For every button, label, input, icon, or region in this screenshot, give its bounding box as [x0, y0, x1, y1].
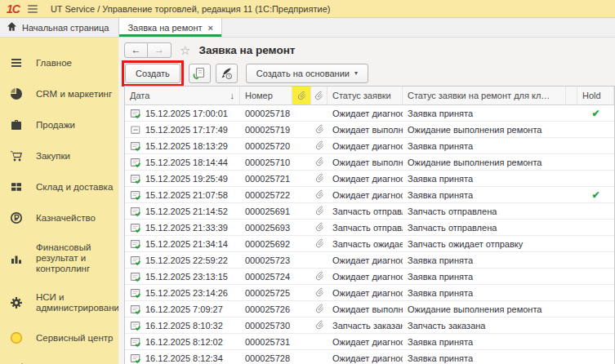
back-button[interactable]: ←	[124, 42, 148, 58]
create-based-on-button[interactable]: Создать на основании ▾	[246, 64, 368, 83]
paperclip-icon	[314, 189, 325, 201]
paperclip-icon	[314, 140, 325, 152]
cell-number: 000025728	[240, 350, 292, 364]
cell-date: 15.12.2025 21:14:52	[125, 203, 240, 220]
cell-number: 000025718	[240, 105, 292, 122]
cell-status: Ожидает диагностики	[328, 252, 403, 269]
sidebar-item-label: Продажи	[36, 120, 75, 131]
document-posted-icon	[130, 157, 141, 168]
tab-close-icon[interactable]: ×	[208, 23, 213, 33]
cell-date: 16.12.2025 8:10:32	[125, 317, 240, 334]
cell-date: 16.12.2025 8:12:02	[125, 334, 240, 350]
cell-attachment-flag	[292, 122, 311, 138]
cell-attachment-flag	[292, 236, 311, 252]
tab-home[interactable]: Начальная страница	[0, 18, 118, 37]
column-header-status[interactable]: Статус заявки	[328, 87, 403, 105]
cell-attachment-flag	[292, 105, 311, 122]
cell-attachment	[311, 220, 328, 236]
sidebar-item-label: Казначейство	[36, 213, 96, 224]
cell-hold: ✔	[577, 105, 614, 122]
column-header-number[interactable]: Номер	[240, 87, 292, 105]
cell-date: 15.12.2025 19:25:49	[125, 171, 240, 187]
favorite-star-icon[interactable]: ☆	[180, 44, 190, 56]
sidebar-item[interactable]: Финансовый результат и контроллинг	[0, 233, 118, 283]
document-posted-icon	[130, 353, 141, 364]
cell-date: 16.12.2025 7:09:27	[125, 301, 240, 317]
column-header-attachment[interactable]	[311, 87, 328, 105]
sidebar-item[interactable]: CRM и маркетинг	[0, 78, 118, 109]
forward-button[interactable]: →	[148, 42, 172, 58]
tab-repair-request[interactable]: Заявка на ремонт ×	[118, 18, 222, 37]
cell-hold	[577, 334, 614, 350]
cell-number: 000025722	[240, 187, 292, 203]
cell-number: 000025692	[240, 236, 292, 252]
sidebar-item-label: Склад и доставка	[36, 182, 113, 193]
cell-attachment	[311, 317, 328, 334]
pen-clock-icon	[220, 67, 233, 80]
create-button[interactable]: Создать	[125, 64, 180, 83]
cell-client-status: Заявка принята	[403, 334, 566, 350]
briefcase-icon	[0, 118, 33, 131]
pen-clock-button[interactable]	[216, 64, 238, 83]
cell-status: Ожидает диагностики	[328, 187, 403, 203]
cell-date: 15.12.2025 17:00:01	[125, 105, 240, 122]
cell-date: 15.12.2025 22:59:22	[125, 252, 240, 269]
copy-document-button[interactable]	[189, 64, 211, 83]
sidebar-item-label: Закупки	[36, 151, 70, 162]
cell-attachment-flag	[292, 138, 311, 154]
cell-client-status: Ожидание выполнения ремонта	[403, 154, 566, 171]
copy-document-icon	[193, 67, 206, 80]
cell-status: Ожидает выполнени…	[328, 301, 403, 317]
cell-attachment-flag	[292, 171, 311, 187]
cell-status: Запчасть отправлена	[328, 220, 403, 236]
sidebar-item[interactable]: Склад и доставка	[0, 171, 118, 202]
paperclip-icon	[314, 221, 325, 233]
navigation-row: ← → ☆ Заявка на ремонт	[118, 39, 615, 60]
cell-number: 000025719	[240, 122, 292, 138]
sidebar-item[interactable]: Главное	[0, 47, 118, 78]
cell-attachment-flag	[292, 187, 311, 203]
cell-status: Ожидает диагностики	[328, 171, 403, 187]
sidebar-item[interactable]: Телеграм	[0, 353, 118, 364]
column-header-date[interactable]: Дата ↓	[125, 87, 240, 105]
column-header-client-status[interactable]: Статус заявки на ремонт для кл…	[403, 87, 566, 105]
cell-status: Ожидает выполнени…	[328, 154, 403, 171]
document-posted-icon	[130, 304, 141, 315]
cell-attachment	[311, 269, 328, 285]
cell-hold	[577, 236, 614, 252]
cell-attachment	[311, 105, 328, 122]
cell-hold	[577, 269, 614, 285]
content-area: ← → ☆ Заявка на ремонт Создать	[118, 38, 615, 364]
cell-attachment	[311, 154, 328, 171]
cell-date: 15.12.2025 21:33:39	[125, 220, 240, 236]
tab-label: Заявка на ремонт	[127, 23, 202, 33]
cell-date: 15.12.2025 17:17:49	[125, 122, 240, 138]
cell-status: Ожидает выполнени…	[328, 122, 403, 138]
document-posted-icon	[130, 108, 141, 119]
main-menu-icon[interactable]	[26, 3, 39, 15]
column-header-attachment-highlighted[interactable]	[292, 87, 311, 105]
cell-status: Ожидает диагностики	[328, 105, 403, 122]
sidebar-item[interactable]: НСИ и администрирование	[0, 283, 118, 322]
coin-ruble-icon	[0, 211, 33, 224]
sidebar-item[interactable]: Закупки	[0, 140, 118, 171]
cell-number: 000025725	[240, 285, 292, 301]
cell-client-status: Запчасть ожидает отправку	[403, 236, 566, 252]
cell-spacer	[566, 187, 577, 203]
sidebar: ГлавноеCRM и маркетингПродажиЗакупкиСкла…	[0, 38, 118, 364]
cell-status: Ожидает диагностики	[328, 138, 403, 154]
paperclip-icon	[314, 90, 324, 102]
sidebar-item[interactable]: Сервисный центр	[0, 322, 118, 353]
sidebar-item-label: Главное	[36, 58, 72, 69]
sidebar-item[interactable]: Казначейство	[0, 202, 118, 233]
pie-chart-icon	[0, 87, 33, 100]
cell-client-status: Заявка принята	[403, 105, 566, 122]
cell-number: 000025691	[240, 203, 292, 220]
paperclip-icon	[314, 172, 325, 184]
cell-attachment-flag	[292, 317, 311, 334]
cell-date: 15.12.2025 23:14:26	[125, 285, 240, 301]
column-header-hold[interactable]: Hold	[577, 87, 614, 105]
sidebar-item[interactable]: Продажи	[0, 109, 118, 140]
cell-attachment-flag	[292, 269, 311, 285]
document-posted-icon	[130, 271, 141, 282]
